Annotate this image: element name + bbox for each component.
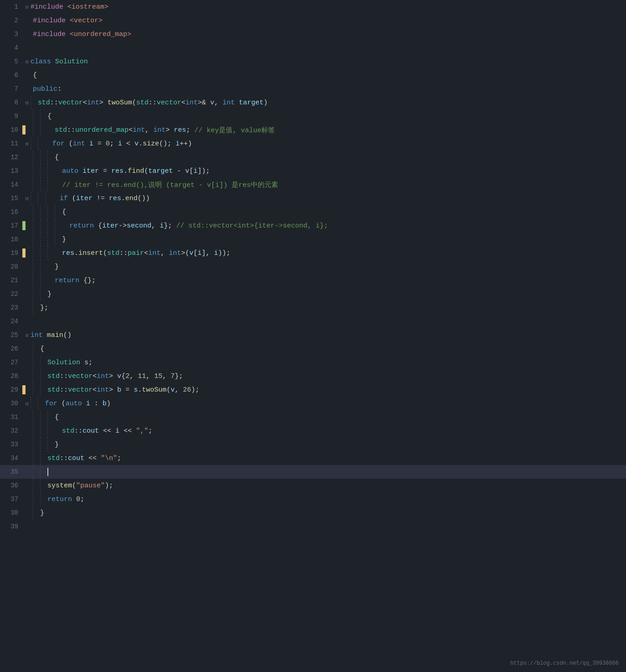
line-content <box>24 520 626 533</box>
line-number: 5 <box>0 55 24 68</box>
line-number: 12 <box>0 150 24 164</box>
fold-icon[interactable]: ⊟ <box>26 141 29 147</box>
line-number: 23 <box>0 301 24 315</box>
breakpoint-marker <box>22 221 26 230</box>
fold-icon[interactable]: ⊟ <box>26 100 29 106</box>
line-content: } <box>24 233 626 246</box>
line-number: 19 <box>0 246 24 260</box>
breakpoint-marker <box>22 125 26 134</box>
code-line-30: 30 ⊟ for (auto i : b) <box>0 397 626 410</box>
line-number: 20 <box>0 260 24 274</box>
line-content: { <box>24 410 626 424</box>
line-number: 15 <box>0 191 24 205</box>
code-line-23: 23 }; <box>0 301 626 315</box>
line-content: // iter != res.end(),说明 (target - v[i]) … <box>24 178 626 191</box>
line-content: auto iter = res.find(target - v[i]); <box>24 164 626 178</box>
breakpoint-marker <box>22 385 26 394</box>
line-content: } <box>24 287 626 301</box>
code-line-16: 16 { <box>0 205 626 219</box>
code-line-22: 22 } <box>0 287 626 301</box>
line-number: 3 <box>0 27 24 41</box>
code-line-1: 1 ⊟ #include <iostream> <box>0 0 626 14</box>
line-number: 24 <box>0 315 24 328</box>
fold-icon[interactable]: ⊟ <box>26 196 29 202</box>
code-line-17: 17 return {iter->second, i}; // std::vec… <box>0 219 626 233</box>
line-number: 8 <box>0 96 24 109</box>
line-content: #include <unordered_map> <box>24 27 626 41</box>
line-content: { <box>24 68 626 82</box>
line-number: 22 <box>0 287 24 301</box>
code-line-3: 3 #include <unordered_map> <box>0 27 626 41</box>
line-content: std::cout << "\n"; <box>24 451 626 465</box>
line-number: 34 <box>0 451 24 465</box>
line-number: 35 <box>0 465 24 479</box>
line-content: ⊟ #include <iostream> <box>24 0 626 14</box>
line-content: system("pause"); <box>24 479 626 492</box>
line-content: public: <box>24 82 626 96</box>
line-number: 39 <box>0 520 24 533</box>
code-line-28: 28 std::vector<int> v{2, 11, 15, 7}; <box>0 369 626 383</box>
code-line-9: 9 { <box>0 109 626 123</box>
code-line-15: 15 ⊟ if (iter != res.end()) <box>0 191 626 205</box>
line-content: } <box>24 260 626 274</box>
line-content: std::unordered_map<int, int> res; // key… <box>24 123 626 137</box>
code-line-6: 6 { <box>0 68 626 82</box>
code-line-21: 21 return {}; <box>0 274 626 287</box>
code-line-37: 37 return 0; <box>0 492 626 506</box>
line-number: 2 <box>0 14 24 27</box>
code-line-39: 39 <box>0 520 626 533</box>
cursor <box>47 468 48 476</box>
code-line-32: 32 std::cout << i << ","; <box>0 424 626 438</box>
line-content: std::vector<int> b = s.twoSum(v, 26); <box>24 383 626 397</box>
fold-icon[interactable]: ⊟ <box>26 332 29 338</box>
code-line-11: 11 ⊟ for (int i = 0; i < v.size(); i++) <box>0 137 626 150</box>
code-line-36: 36 system("pause"); <box>0 479 626 492</box>
line-content: res.insert(std::pair<int, int>(v[i], i))… <box>24 246 626 260</box>
line-number: 25 <box>0 328 24 342</box>
line-content: }; <box>24 301 626 315</box>
line-number: 31 <box>0 410 24 424</box>
line-content: ⊟ int main() <box>24 328 626 342</box>
line-content: ⊟ for (auto i : b) <box>24 397 626 410</box>
code-line-12: 12 { <box>0 150 626 164</box>
code-line-29: 29 std::vector<int> b = s.twoSum(v, 26); <box>0 383 626 397</box>
code-line-19: 19 res.insert(std::pair<int, int>(v[i], … <box>0 246 626 260</box>
line-content: { <box>24 342 626 356</box>
code-line-26: 26 { <box>0 342 626 356</box>
line-number: 11 <box>0 137 24 150</box>
line-number: 26 <box>0 342 24 356</box>
line-content <box>24 41 626 55</box>
line-number: 17 <box>0 219 24 233</box>
line-number: 1 <box>0 0 24 14</box>
line-content: { <box>24 205 626 219</box>
line-number: 28 <box>0 369 24 383</box>
line-number: 13 <box>0 164 24 178</box>
fold-icon[interactable]: ⊟ <box>26 59 29 65</box>
line-number: 6 <box>0 68 24 82</box>
code-line-2: 2 #include <vector> <box>0 14 626 27</box>
line-number: 37 <box>0 492 24 506</box>
fold-icon[interactable]: ⊟ <box>26 401 29 407</box>
line-number: 4 <box>0 41 24 55</box>
code-line-34: 34 std::cout << "\n"; <box>0 451 626 465</box>
line-content: ⊟ for (int i = 0; i < v.size(); i++) <box>24 137 626 150</box>
line-content: ⊟ class Solution <box>24 55 626 68</box>
line-content: Solution s; <box>24 356 626 369</box>
line-content: #include <vector> <box>24 14 626 27</box>
fold-icon[interactable]: ⊟ <box>26 4 29 10</box>
line-number: 21 <box>0 274 24 287</box>
code-line-31: 31 { <box>0 410 626 424</box>
code-line-7: 7 public: <box>0 82 626 96</box>
breakpoint-marker <box>22 248 26 258</box>
line-content <box>24 315 626 328</box>
line-content: std::vector<int> v{2, 11, 15, 7}; <box>24 369 626 383</box>
code-line-33: 33 } <box>0 438 626 451</box>
line-number: 18 <box>0 233 24 246</box>
code-line-35: 35 <box>0 465 626 479</box>
code-line-24: 24 <box>0 315 626 328</box>
line-content: } <box>24 438 626 451</box>
line-number: 16 <box>0 205 24 219</box>
line-number: 38 <box>0 506 24 520</box>
line-number: 36 <box>0 479 24 492</box>
code-line-8: 8 ⊟ std::vector<int> twoSum(std::vector<… <box>0 96 626 109</box>
